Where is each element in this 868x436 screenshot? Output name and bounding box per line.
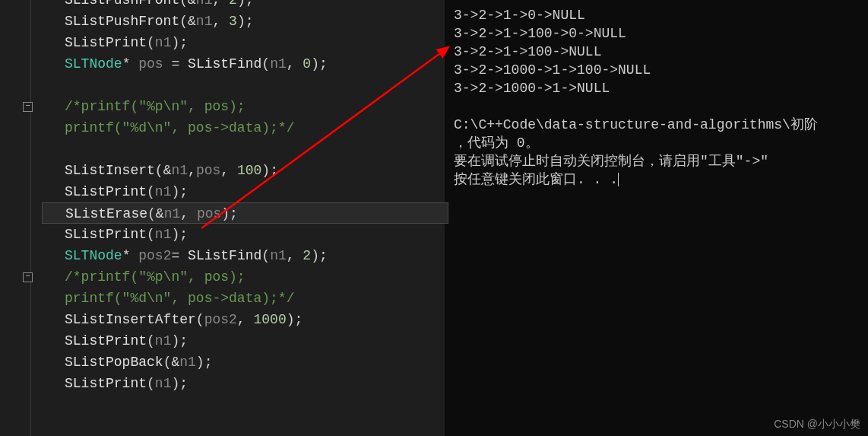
console-line: 按任意键关闭此窗口. . .	[454, 170, 859, 189]
code-line[interactable]: SListPrint(n1);	[65, 32, 445, 53]
code-line[interactable]: /*printf("%p\n", pos);	[65, 266, 445, 288]
code-token: )	[237, 0, 246, 8]
code-token: 2	[303, 248, 311, 263]
code-token: *	[122, 248, 131, 263]
code-line[interactable]: SListInsert(&n1,pos, 100);	[65, 160, 445, 181]
code-token: )	[287, 312, 295, 327]
code-line[interactable]: SListPrint(n1);	[65, 373, 445, 394]
code-line[interactable]: SListPrint(n1);	[65, 181, 445, 202]
code-token: SListInsertAfter	[65, 312, 196, 327]
code-token: n1	[164, 206, 181, 221]
code-line[interactable]: /*printf("%p\n", pos);	[65, 96, 445, 117]
code-token	[220, 14, 229, 29]
code-token: n1	[155, 227, 172, 242]
code-line[interactable]: SLTNode* pos = SListFind(n1, 0);	[65, 53, 445, 75]
code-token: SLTNode	[65, 248, 122, 263]
console-line: 3->2->1->100->0->NULL	[454, 24, 859, 43]
console-line	[454, 97, 859, 116]
code-token: SListPrint	[65, 35, 147, 50]
code-token: SListPushFront	[65, 0, 179, 8]
code-token: )	[311, 248, 319, 263]
code-token: SListErase	[65, 206, 147, 221]
code-line[interactable]: SLTNode* pos2= SListFind(n1, 2);	[65, 245, 445, 266]
code-token: )	[237, 14, 246, 29]
code-token: &	[171, 355, 179, 370]
code-token: ,	[212, 0, 220, 8]
code-token: )	[171, 333, 179, 348]
code-token: n1	[155, 333, 172, 348]
fold-toggle-icon[interactable]: −	[23, 272, 33, 282]
code-line[interactable]: printf("%d\n", pos->data);*/	[65, 288, 445, 309]
console-line: 3->2->1000->1->100->NULL	[454, 61, 859, 79]
code-line[interactable]: SListErase(&n1, pos);	[42, 202, 448, 224]
code-token: &	[163, 163, 172, 178]
code-area[interactable]: SListPushFront(&n1, 2);SListPushFront(&n…	[42, 0, 445, 436]
code-token: ,	[188, 163, 196, 178]
code-line[interactable]	[65, 75, 445, 96]
code-token: n1	[270, 248, 287, 263]
code-token: SListPrint	[65, 184, 147, 199]
code-token: n1	[179, 355, 196, 370]
code-token: n1	[270, 56, 287, 72]
code-token: ,	[287, 248, 295, 263]
code-token: &	[156, 206, 164, 221]
code-token: ;	[270, 163, 278, 178]
text-cursor	[618, 173, 619, 186]
code-token: 1000	[253, 312, 286, 327]
code-token: ;	[179, 376, 188, 391]
code-token: (	[147, 206, 156, 221]
code-token: ;	[319, 248, 328, 263]
code-token: (	[147, 333, 155, 348]
code-line[interactable]: printf("%d\n", pos->data);*/	[65, 117, 445, 138]
code-token: ;	[230, 206, 238, 221]
code-token: )	[171, 35, 179, 50]
editor-gutter: −−	[0, 0, 42, 436]
code-token: /*printf("%p\n", pos);	[65, 99, 246, 114]
code-token: n1	[196, 0, 213, 8]
code-token: printf("%d\n", pos->data);*/	[65, 291, 294, 306]
code-token: pos	[196, 163, 220, 178]
code-token: SListInsert	[65, 163, 155, 178]
code-line[interactable]: SListPushFront(&n1, 3);	[65, 11, 445, 32]
code-line[interactable]: SListPrint(n1);	[65, 224, 445, 245]
code-line[interactable]: SListPrint(n1);	[65, 330, 445, 352]
code-token: 0	[303, 56, 311, 72]
code-token: ,	[220, 163, 229, 178]
code-token: SListPushFront	[65, 14, 179, 29]
fold-toggle-icon[interactable]: −	[23, 102, 33, 112]
code-token: ;	[179, 184, 188, 199]
console-line: ，代码为 0。	[454, 134, 859, 152]
console-line: C:\C++Code\data-structure-and-algorithms…	[454, 116, 859, 134]
code-token: *	[122, 56, 131, 72]
code-token: pos	[138, 56, 163, 72]
code-token: n1	[155, 376, 172, 391]
code-line[interactable]: SListInsertAfter(pos2, 1000);	[65, 309, 445, 330]
code-token: ;	[295, 312, 303, 327]
code-token: (	[147, 376, 155, 391]
console-line: 3->2->1->100->NULL	[454, 43, 859, 61]
code-token: n1	[196, 14, 213, 29]
code-line[interactable]: SListPushFront(&n1, 2);	[65, 0, 445, 11]
code-token: ;	[179, 35, 188, 50]
code-line[interactable]	[65, 138, 445, 160]
code-token: &	[188, 0, 196, 8]
code-token: )	[311, 56, 319, 72]
code-token: pos2	[204, 312, 237, 327]
code-token: ,	[287, 56, 295, 72]
code-editor-panel: −− SListPushFront(&n1, 2);SListPushFront…	[0, 0, 445, 436]
code-token: n1	[171, 163, 188, 178]
code-token: SListFind	[188, 56, 261, 72]
fold-guide-line	[30, 0, 31, 436]
code-token: (	[179, 14, 188, 29]
console-line: 3->2->1000->1->NULL	[454, 79, 859, 97]
code-token: (	[147, 35, 155, 50]
code-token: (	[261, 248, 270, 263]
code-token: (	[261, 56, 270, 72]
code-token: =	[171, 56, 179, 72]
code-token: SListPrint	[65, 333, 147, 348]
code-line[interactable]: SListPopBack(&n1);	[65, 352, 445, 373]
code-token: (	[147, 227, 155, 242]
code-token: =	[171, 248, 179, 263]
code-token: (	[155, 163, 163, 178]
code-token	[179, 248, 188, 263]
